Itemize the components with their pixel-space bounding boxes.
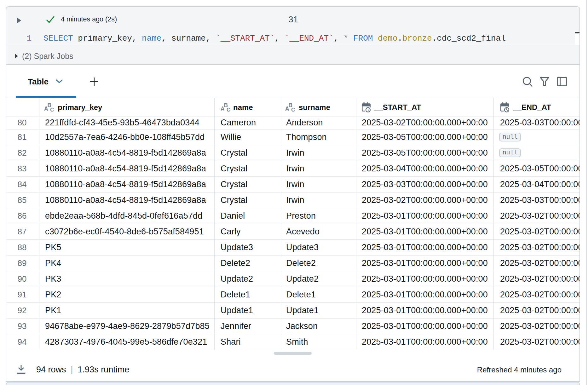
svg-text:C: C <box>291 107 295 112</box>
svg-text:C: C <box>50 107 54 112</box>
svg-text:C: C <box>227 107 230 112</box>
